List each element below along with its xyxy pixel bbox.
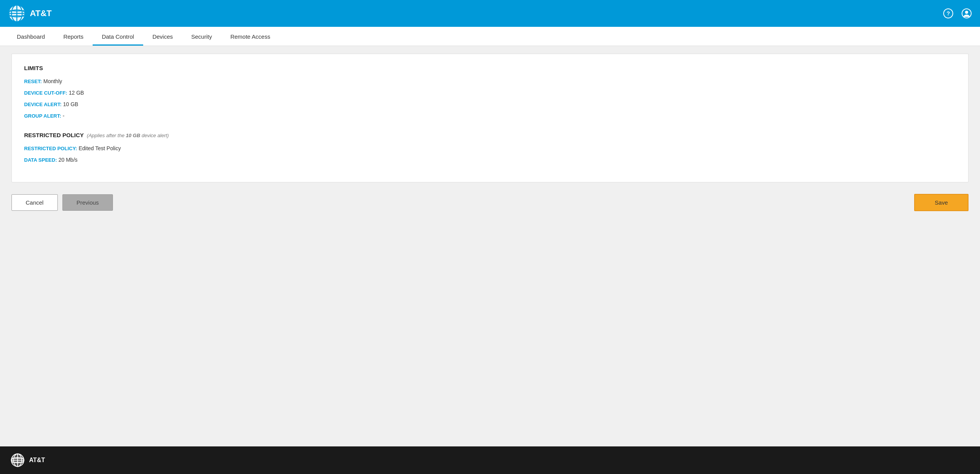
restricted-policy-title: RESTRICTED POLICY bbox=[24, 132, 84, 138]
svg-point-9 bbox=[965, 11, 968, 14]
nav-item-data-control[interactable]: Data Control bbox=[93, 29, 143, 46]
nav-item-devices[interactable]: Devices bbox=[143, 29, 182, 46]
restricted-policy-value: Edited Test Policy bbox=[78, 145, 121, 151]
group-alert-value: - bbox=[63, 113, 65, 119]
restricted-policy-label: RESTRICTED POLICY: bbox=[24, 146, 77, 151]
subtitle-prefix: (Applies after the bbox=[87, 133, 126, 138]
data-speed-label: DATA SPEED: bbox=[24, 157, 57, 163]
nav-item-dashboard[interactable]: Dashboard bbox=[8, 29, 54, 46]
header: AT&T ? bbox=[0, 0, 980, 27]
device-cutoff-label: DEVICE CUT-OFF: bbox=[24, 90, 67, 96]
nav-item-reports[interactable]: Reports bbox=[54, 29, 93, 46]
main-content: LIMITS RESET: Monthly DEVICE CUT-OFF: 12… bbox=[0, 46, 980, 446]
svg-text:?: ? bbox=[946, 10, 950, 16]
reset-row: RESET: Monthly bbox=[24, 78, 956, 84]
footer: AT&T bbox=[0, 446, 980, 474]
nav-item-security[interactable]: Security bbox=[182, 29, 221, 46]
nav-bar: Dashboard Reports Data Control Devices S… bbox=[0, 27, 980, 46]
device-cutoff-row: DEVICE CUT-OFF: 12 GB bbox=[24, 90, 956, 96]
restricted-policy-subtitle: (Applies after the 10 GB device alert) bbox=[87, 133, 169, 138]
brand-name: AT&T bbox=[30, 8, 52, 18]
data-speed-value: 20 Mb/s bbox=[59, 157, 78, 163]
footer-brand-name: AT&T bbox=[29, 457, 45, 464]
subtitle-bold: 10 GB bbox=[126, 133, 140, 138]
previous-button[interactable]: Previous bbox=[62, 194, 113, 211]
restricted-policy-title-row: RESTRICTED POLICY (Applies after the 10 … bbox=[24, 132, 956, 138]
header-icons: ? bbox=[942, 8, 972, 19]
subtitle-suffix: device alert) bbox=[140, 133, 168, 138]
reset-value: Monthly bbox=[43, 78, 62, 84]
restricted-policy-row: RESTRICTED POLICY: Edited Test Policy bbox=[24, 145, 956, 151]
att-globe-icon bbox=[8, 4, 26, 23]
device-alert-label: DEVICE ALERT: bbox=[24, 102, 62, 107]
limits-section-title: LIMITS bbox=[24, 65, 956, 71]
nav-item-remote-access[interactable]: Remote Access bbox=[221, 29, 279, 46]
button-row: Cancel Previous Save bbox=[11, 190, 969, 219]
footer-globe-icon bbox=[11, 453, 24, 467]
group-alert-row: GROUP ALERT: - bbox=[24, 113, 956, 119]
device-cutoff-value: 12 GB bbox=[69, 90, 84, 96]
user-icon[interactable] bbox=[961, 8, 972, 19]
cancel-button[interactable]: Cancel bbox=[11, 194, 58, 211]
device-alert-row: DEVICE ALERT: 10 GB bbox=[24, 101, 956, 107]
group-alert-label: GROUP ALERT: bbox=[24, 113, 61, 119]
device-alert-value: 10 GB bbox=[63, 101, 78, 107]
reset-label: RESET: bbox=[24, 79, 42, 84]
section-divider bbox=[24, 124, 956, 132]
help-icon[interactable]: ? bbox=[942, 8, 954, 19]
data-speed-row: DATA SPEED: 20 Mb/s bbox=[24, 157, 956, 163]
limits-card: LIMITS RESET: Monthly DEVICE CUT-OFF: 12… bbox=[11, 54, 969, 182]
brand-logo: AT&T bbox=[8, 4, 69, 23]
save-button[interactable]: Save bbox=[914, 194, 969, 211]
